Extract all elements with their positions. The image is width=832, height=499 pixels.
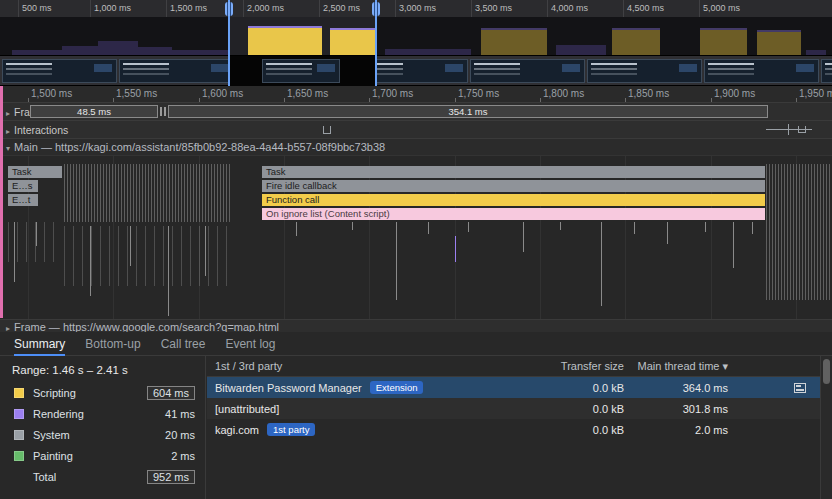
first-party-badge: 1st party	[267, 423, 315, 436]
flame-event[interactable]: Task	[8, 166, 62, 178]
screenshot-thumbnail[interactable]	[821, 59, 832, 83]
selection-handle-right[interactable]	[375, 0, 377, 86]
overview-time-label: 3,000 ms	[399, 3, 436, 13]
screenshot-filmstrip[interactable]	[0, 56, 832, 86]
tab-bottom-up[interactable]: Bottom-up	[85, 332, 140, 356]
vertical-scrollbar[interactable]	[820, 356, 832, 499]
cpu-scripting-activity	[248, 26, 322, 55]
selection-handle-left[interactable]	[228, 0, 230, 86]
main-flame-chart[interactable]: Task E…s E…t Task Fire idle callback Fun…	[0, 156, 832, 319]
frame-boundary	[164, 107, 166, 116]
screenshot-thumbnail[interactable]	[262, 59, 340, 83]
overview-time-label: 4,500 ms	[627, 3, 664, 13]
table-header-row: 1st / 3rd party Transfer size Main threa…	[207, 356, 820, 377]
filmstrip-selection	[229, 56, 376, 86]
ruler-time-label: 1,800 ms	[543, 88, 584, 99]
column-main-thread-time[interactable]: Main thread time▾	[624, 360, 728, 373]
timeline-left-edge-marker	[0, 86, 3, 318]
table-row[interactable]: Bitwarden Password ManagerExtension 0.0 …	[207, 377, 820, 398]
rendering-value: 41 ms	[165, 408, 195, 420]
activity-tick	[36, 222, 37, 246]
activity-tick	[168, 226, 169, 316]
devtools-performance-panel: 500 ms 1,000 ms 1,500 ms 2,000 ms 2,500 …	[0, 0, 832, 499]
cpu-scripting-activity	[330, 28, 377, 55]
collapse-triangle-icon[interactable]: ▸	[6, 324, 10, 332]
activity-tick	[667, 222, 668, 244]
frame-duration-bar[interactable]: 48.5 ms	[30, 105, 158, 118]
ruler-tick	[625, 98, 626, 102]
ruler-time-label: 1,750 ms	[458, 88, 499, 99]
activity-tick	[296, 222, 297, 236]
activity-tick	[130, 226, 131, 266]
activity-tick	[468, 222, 469, 232]
drag-grip-icon	[372, 2, 380, 16]
scripting-swatch	[14, 388, 24, 398]
frame-track-header[interactable]: ▸Frame — https://www.google.com/search?q…	[0, 319, 832, 332]
activity-tick	[205, 226, 206, 276]
table-row[interactable]: [unattributed] 0.0 kB 301.8 ms	[207, 398, 820, 419]
screenshot-thumbnail[interactable]	[704, 59, 819, 83]
ruler-tick	[455, 98, 456, 102]
collapse-triangle-icon[interactable]: ▸	[6, 109, 10, 118]
screenshot-thumbnail[interactable]	[119, 59, 234, 83]
table-row[interactable]: kagi.com1st party 0.0 kB 2.0 ms	[207, 419, 820, 440]
screenshot-thumbnail[interactable]	[470, 59, 585, 83]
column-entity[interactable]: 1st / 3rd party	[207, 360, 506, 372]
activity-tick	[634, 222, 635, 234]
tab-event-log[interactable]: Event log	[225, 332, 275, 356]
timeline-overview[interactable]: 500 ms 1,000 ms 1,500 ms 2,000 ms 2,500 …	[0, 0, 832, 56]
overview-time-label: 500 ms	[22, 3, 52, 13]
frame-duration-bar[interactable]: 354.1 ms	[168, 105, 768, 118]
flame-event-function-call[interactable]: Function call	[262, 194, 765, 206]
flame-event[interactable]: E…s	[8, 180, 38, 192]
main-track-header[interactable]: ▾Main — https://kagi.com/assistant/85fb0…	[0, 139, 832, 156]
screenshot-thumbnail[interactable]	[587, 59, 702, 83]
overview-time-label: 5,000 ms	[703, 3, 740, 13]
details-tab-bar: Summary Bottom-up Call tree Event log	[0, 332, 832, 356]
legend-row-rendering: Rendering 41 ms	[0, 403, 205, 424]
ruler-tick	[284, 98, 285, 102]
frames-track[interactable]: ▸Frames 48.5 ms 354.1 ms	[0, 103, 832, 121]
detail-time-ruler: 1,500 ms 1,550 ms 1,600 ms 1,650 ms 1,70…	[0, 86, 832, 103]
column-transfer-size[interactable]: Transfer size	[506, 360, 624, 372]
drag-grip-icon	[225, 2, 233, 16]
activity-tick	[752, 222, 753, 234]
overview-time-label: 4,000 ms	[551, 3, 588, 13]
total-value: 952 ms	[147, 470, 195, 484]
ruler-time-label: 1,500 ms	[31, 88, 72, 99]
show-activities-icon[interactable]	[794, 383, 806, 393]
interaction-whisker-tick	[788, 124, 789, 135]
interaction-marker	[798, 126, 806, 133]
overview-cpu-chart[interactable]	[0, 17, 832, 55]
range-label: Range: 1.46 s – 2.41 s	[12, 364, 205, 376]
expand-triangle-icon[interactable]: ▾	[6, 144, 10, 153]
legend-row-scripting: Scripting 604 ms	[0, 382, 205, 403]
ruler-tick	[711, 98, 712, 102]
system-swatch	[14, 430, 24, 440]
third-party-table: 1st / 3rd party Transfer size Main threa…	[207, 356, 820, 499]
sort-desc-icon: ▾	[722, 360, 728, 373]
interactions-track-header[interactable]: ▸Interactions	[6, 124, 68, 136]
ruler-time-label: 1,850 ms	[628, 88, 669, 99]
flame-event-fire-idle-callback[interactable]: Fire idle callback	[262, 180, 765, 192]
flame-event-task[interactable]: Task	[262, 166, 765, 178]
system-value: 20 ms	[165, 429, 195, 441]
activity-cluster	[766, 164, 830, 300]
flame-event[interactable]: E…t	[8, 194, 38, 206]
tab-call-tree[interactable]: Call tree	[161, 332, 206, 356]
overview-time-label: 1,500 ms	[170, 3, 207, 13]
frame-boundary	[160, 107, 162, 116]
extension-badge: Extension	[370, 381, 424, 394]
tab-summary[interactable]: Summary	[14, 332, 65, 356]
ruler-time-label: 1,950 ms	[799, 88, 832, 99]
collapse-triangle-icon[interactable]: ▸	[6, 127, 10, 136]
scrollbar-thumb[interactable]	[823, 359, 830, 384]
rendering-swatch	[14, 409, 24, 419]
ruler-tick	[199, 98, 200, 102]
legend-row-system: System 20 ms	[0, 424, 205, 445]
overview-time-label: 3,500 ms	[475, 3, 512, 13]
interactions-track[interactable]: ▸Interactions	[0, 121, 832, 139]
flame-event-ignore-list[interactable]: On ignore list (Content script)	[262, 208, 765, 220]
screenshot-thumbnail[interactable]	[2, 59, 117, 83]
activity-tick	[560, 222, 561, 230]
